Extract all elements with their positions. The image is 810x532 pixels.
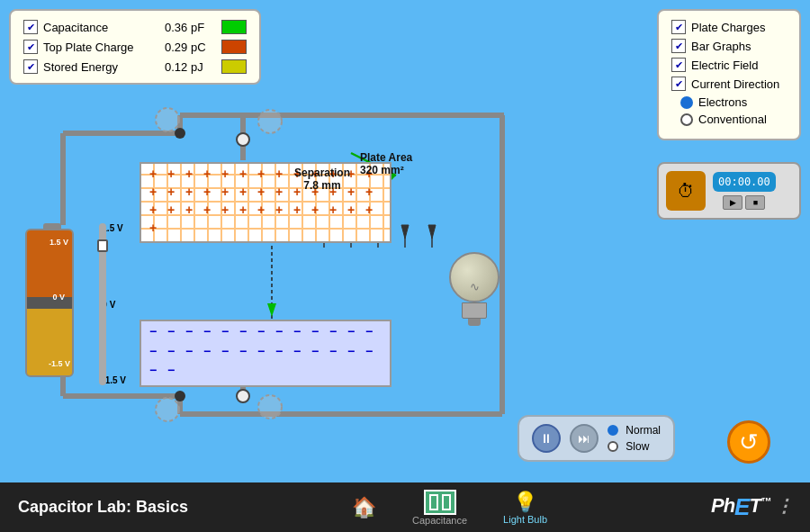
tab-capacitance[interactable]: Capacitance [412,490,467,526]
plate-area-label: Plate Area 320 mm² [360,151,412,176]
slow-speed-label: Slow [626,440,649,453]
stored-energy-checkbox[interactable]: ✔ [23,59,38,74]
svg-point-37 [258,110,282,133]
conventional-label: Conventional [698,113,767,126]
electrons-row[interactable]: Electrons [680,95,787,109]
top-plate-charge-row: ✔ Top Plate Charge 0.29 pC [23,40,247,54]
bulb-filament-icon: ∿ [470,280,480,293]
current-direction-label: Current Direction [691,77,779,91]
lightbulb-tab-icon: 💡 [513,491,537,514]
top-plate-charge-color [221,40,247,54]
lightbulb: ∿ [443,252,506,333]
electrons-label: Electrons [698,95,747,109]
svg-marker-15 [267,303,276,317]
stored-energy-color [221,59,247,74]
bottom-toolbar: Capacitor Lab: Basics 🏠 Capacitance 💡 Li… [0,482,810,532]
svg-point-38 [258,395,282,419]
electrons-radio[interactable] [680,96,693,109]
battery-slider-thumb[interactable] [97,239,108,252]
electric-field-label: Electric Field [691,59,758,72]
battery-slider-track[interactable] [99,223,106,385]
battery: 1.5 V 0 V -1.5 V 1.5 V 0 V -1.5 V [25,223,79,385]
phet-logo: PhET™ ⋮ [711,493,792,521]
battery-separator [27,297,72,309]
home-icon: 🏠 [352,496,376,519]
capacitance-color [221,20,247,34]
slow-speed-radio[interactable] [608,441,618,452]
timer-play-button[interactable]: ▶ [723,195,742,210]
electric-field-checkbox[interactable]: ✔ [671,58,686,72]
bar-graphs-row[interactable]: ✔ Bar Graphs [671,39,787,53]
normal-speed-radio[interactable] [608,425,618,436]
separation-title: Separation [294,167,350,179]
separation-value: 7.8 mm [303,179,340,192]
tab-lightbulb-label: Light Bulb [503,514,547,525]
svg-point-32 [175,391,185,401]
stored-energy-value: 0.12 pJ [165,60,214,74]
electric-field-row[interactable]: ✔ Electric Field [671,58,787,72]
bulb-base [462,302,487,319]
tab-lightbulb[interactable]: 💡 Light Bulb [503,491,547,525]
nav-tabs: 🏠 Capacitance 💡 Light Bulb [188,490,711,526]
plate-area-value: 320 mm² [360,164,404,176]
tab-capacitance-label: Capacitance [412,515,467,526]
capacitor-bottom-plate: − − − − − − − − − − − − − − − − − − − − … [140,320,392,387]
timer-panel: ⏱ 00:00.00 ▶ ■ [657,162,801,220]
plate-charges-label: Plate Charges [691,21,765,34]
reset-button[interactable]: ↺ [727,420,770,464]
pause-button[interactable]: ⏸ [532,424,561,453]
bar-graphs-label: Bar Graphs [691,40,751,53]
separation-label: Separation 7.8 mm [286,167,358,192]
stored-energy-row: ✔ Stored Energy 0.12 pJ [23,59,247,74]
conventional-row[interactable]: Conventional [680,113,787,126]
capacitance-tab-icon [424,490,456,515]
battery-v-zero-label: 0 V [52,293,65,302]
capacitance-row: ✔ Capacitance 0.36 pF [23,20,247,34]
speed-controls: ⏸ ⏭ Normal Slow [518,415,675,462]
app-title: Capacitor Lab: Basics [18,498,188,517]
right-panel: ✔ Plate Charges ✔ Bar Graphs ✔ Electric … [657,9,801,140]
timer-icon: ⏱ [666,171,706,211]
capacitance-label: Capacitance [43,21,165,34]
svg-point-34 [237,390,249,402]
battery-v-neg-label: -1.5 V [49,359,70,368]
conventional-radio[interactable] [680,113,693,126]
normal-speed-label: Normal [626,424,661,437]
bar-graphs-checkbox[interactable]: ✔ [671,39,686,53]
top-plate-charge-label: Top Plate Charge [43,41,165,54]
capacitance-value: 0.36 pF [165,21,214,34]
battery-body: 1.5 V 0 V -1.5 V [25,229,74,377]
plate-area-title: Plate Area [360,151,412,164]
top-plate-charge-value: 0.29 pC [165,41,214,54]
current-direction-checkbox[interactable]: ✔ [671,77,686,91]
svg-marker-29 [428,225,436,239]
bulb-glass: ∿ [449,252,500,302]
plate-charges-row[interactable]: ✔ Plate Charges [671,20,787,34]
bulb-tip [468,319,481,326]
info-panel: ✔ Capacitance 0.36 pF ✔ Top Plate Charge… [9,9,261,85]
step-button[interactable]: ⏭ [570,424,598,453]
tab-home[interactable]: 🏠 [352,496,376,519]
plate-charges-checkbox[interactable]: ✔ [671,20,686,34]
minus-overlay: − − − − − − − − − − − − − − − − − − − − … [141,321,390,385]
speed-options: Normal Slow [608,424,661,453]
stored-energy-label: Stored Energy [43,60,165,74]
svg-point-31 [175,128,185,139]
top-plate-charge-checkbox[interactable]: ✔ [23,40,38,54]
normal-speed-option[interactable]: Normal [608,424,661,437]
current-direction-row[interactable]: ✔ Current Direction [671,77,787,91]
battery-v-pos-label: 1.5 V [50,238,68,247]
svg-marker-27 [401,225,409,239]
capacitance-checkbox[interactable]: ✔ [23,20,38,34]
slow-speed-option[interactable]: Slow [608,440,661,453]
svg-point-36 [156,398,179,421]
svg-point-33 [237,133,249,146]
timer-stop-button[interactable]: ■ [745,195,765,210]
timer-display: 00:00.00 [713,172,776,192]
svg-point-35 [156,108,179,131]
